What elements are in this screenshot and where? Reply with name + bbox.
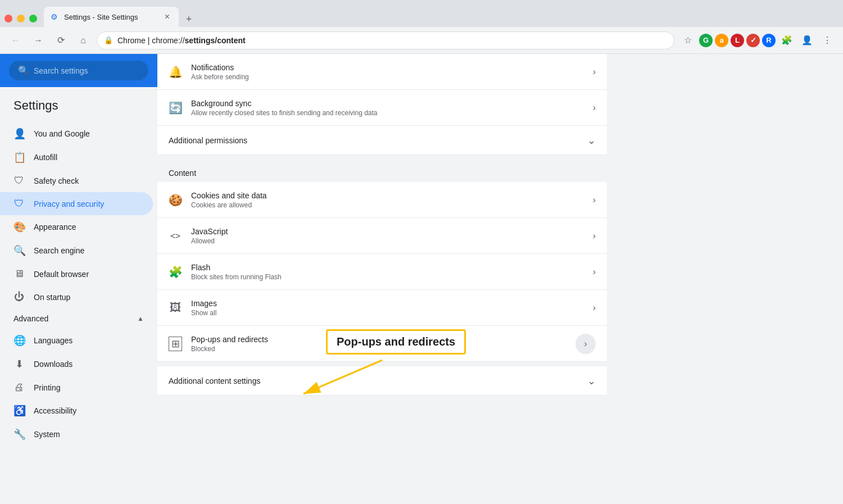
lock-icon: 🔒	[104, 36, 113, 45]
chevron-right-icon: ›	[593, 267, 596, 277]
search-engine-icon: 🔍	[13, 244, 25, 257]
popups-icon: ⊞	[169, 337, 182, 351]
extensions-button[interactable]: 🧩	[778, 31, 796, 49]
cookies-sub: Cookies are allowed	[191, 201, 584, 209]
chevron-right-icon: ›	[593, 67, 596, 77]
flash-title: Flash	[191, 263, 584, 272]
sidebar-item-default-browser[interactable]: 🖥 Default browser	[0, 262, 153, 285]
globe-icon: 🌐	[13, 334, 25, 347]
main-content: 🔍 Search settings Settings 👤 You and Goo…	[0, 54, 843, 504]
sidebar-item-downloads[interactable]: ⬇ Downloads	[0, 352, 153, 376]
account-button[interactable]: 👤	[798, 31, 816, 49]
palette-icon: 🎨	[13, 221, 25, 233]
download-icon: ⬇	[13, 358, 25, 370]
advanced-section-toggle[interactable]: Advanced ▲	[0, 308, 157, 329]
content-section-header: Content	[157, 160, 607, 182]
todoist-extension[interactable]: ✓	[746, 34, 760, 47]
popups-chevron-button[interactable]: ›	[575, 334, 596, 354]
cookies-row[interactable]: 🍪 Cookies and site data Cookies are allo…	[157, 182, 607, 218]
flash-icon: 🧩	[169, 265, 182, 279]
background-sync-row[interactable]: 🔄 Background sync Allow recently closed …	[157, 90, 607, 126]
wrench-icon: 🔧	[13, 428, 25, 441]
lastpass-extension[interactable]: L	[731, 34, 744, 47]
sidebar-item-label: You and Google	[34, 129, 90, 138]
notifications-row[interactable]: 🔔 Notifications Ask before sending ›	[157, 54, 607, 90]
cookies-text: Cookies and site data Cookies are allowe…	[191, 191, 584, 209]
search-bar[interactable]: 🔍 Search settings	[9, 61, 148, 80]
sidebar-item-languages[interactable]: 🌐 Languages	[0, 329, 153, 352]
tab-close-button[interactable]: ×	[162, 11, 172, 23]
sidebar-item-label: Safety check	[34, 176, 79, 185]
sidebar-item-printing[interactable]: 🖨 Printing	[0, 376, 153, 399]
sidebar-item-label: Privacy and security	[34, 199, 104, 208]
content-section-label: Content	[169, 169, 596, 178]
chevron-right-icon: ›	[593, 195, 596, 205]
traffic-lights	[4, 15, 37, 27]
sidebar-item-autofill[interactable]: 📋 Autofill	[0, 146, 153, 169]
sidebar: Settings 👤 You and Google 📋 Autofill 🛡 S…	[0, 87, 157, 446]
flash-row[interactable]: 🧩 Flash Block sites from running Flash ›	[157, 254, 607, 290]
images-sub: Show all	[191, 309, 584, 317]
search-bar-wrapper: 🔍 Search settings	[0, 54, 157, 87]
print-icon: 🖨	[13, 382, 25, 393]
fullscreen-window-button[interactable]	[29, 15, 37, 22]
popups-title: Pop-ups and redirects	[191, 335, 566, 344]
additional-content-label: Additional content settings	[169, 376, 578, 385]
bookmark-button[interactable]: ☆	[679, 31, 697, 49]
chevron-right-icon: ›	[593, 303, 596, 313]
minimize-window-button[interactable]	[17, 15, 25, 22]
chevron-right-icon: ›	[593, 231, 596, 241]
sidebar-item-privacy-security[interactable]: 🛡 Privacy and security	[0, 192, 153, 215]
close-window-button[interactable]	[4, 15, 12, 22]
javascript-row[interactable]: <> JavaScript Allowed ›	[157, 218, 607, 254]
address-prefix: Chrome	[117, 36, 146, 45]
active-tab[interactable]: ⚙ Settings - Site Settings ×	[44, 7, 179, 27]
address-url: chrome://settings/content	[152, 36, 245, 45]
sidebar-item-search-engine[interactable]: 🔍 Search engine	[0, 239, 153, 262]
sidebar-item-you-and-google[interactable]: 👤 You and Google	[0, 122, 153, 146]
content-area: 🔔 Notifications Ask before sending › 🔄 B…	[157, 54, 843, 504]
notifications-text: Notifications Ask before sending	[191, 63, 584, 81]
back-button[interactable]: ←	[7, 31, 25, 49]
flash-text: Flash Block sites from running Flash	[191, 263, 584, 281]
background-sync-text: Background sync Allow recently closed si…	[191, 99, 584, 117]
sidebar-item-on-startup[interactable]: ⏻ On startup	[0, 285, 153, 308]
forward-button[interactable]: →	[29, 31, 47, 49]
notifications-sub: Ask before sending	[191, 73, 584, 81]
new-tab-button[interactable]: +	[181, 11, 197, 27]
images-row[interactable]: 🖼 Images Show all ›	[157, 290, 607, 326]
chevron-up-icon: ▲	[137, 315, 144, 323]
address-bar[interactable]: 🔒 Chrome | chrome://settings/content	[97, 31, 674, 49]
sidebar-item-accessibility[interactable]: ♿ Accessibility	[0, 399, 153, 423]
sidebar-item-label: Search engine	[34, 246, 84, 255]
notifications-title: Notifications	[191, 63, 584, 72]
images-title: Images	[191, 299, 584, 308]
title-bar: ⚙ Settings - Site Settings × +	[0, 0, 843, 27]
sidebar-header: Settings	[0, 92, 157, 122]
sidebar-item-label: Languages	[34, 336, 72, 345]
sidebar-item-safety-check[interactable]: 🛡 Safety check	[0, 169, 153, 192]
raindrop-extension[interactable]: R	[762, 34, 776, 47]
images-text: Images Show all	[191, 299, 584, 317]
sidebar-item-label: Appearance	[34, 223, 76, 231]
chevron-right-icon: ›	[593, 103, 596, 113]
reload-button[interactable]: ⟳	[52, 31, 70, 49]
sidebar-item-appearance[interactable]: 🎨 Appearance	[0, 215, 153, 239]
browser-frame: ⚙ Settings - Site Settings × + ← → ⟳ ⌂ 🔒…	[0, 0, 843, 504]
additional-content-settings-row[interactable]: Additional content settings ⌄	[157, 366, 607, 396]
popups-row[interactable]: ⊞ Pop-ups and redirects Blocked ›	[157, 326, 607, 362]
autofill-icon: 📋	[13, 151, 25, 164]
sidebar-item-system[interactable]: 🔧 System	[0, 423, 153, 446]
address-text: Chrome | chrome://settings/content	[117, 36, 246, 45]
background-sync-sub: Allow recently closed sites to finish se…	[191, 109, 584, 117]
menu-button[interactable]: ⋮	[818, 31, 836, 49]
amazon-extension[interactable]: a	[715, 34, 728, 47]
person-icon: 👤	[13, 128, 25, 140]
cookies-icon: 🍪	[169, 193, 182, 207]
home-button[interactable]: ⌂	[74, 31, 92, 49]
search-placeholder: Search settings	[34, 66, 88, 75]
additional-permissions-row[interactable]: Additional permissions ⌄	[157, 126, 607, 155]
sync-icon: 🔄	[169, 101, 182, 115]
privacy-shield-icon: 🛡	[13, 198, 25, 210]
grammarly-extension[interactable]: G	[699, 34, 713, 47]
